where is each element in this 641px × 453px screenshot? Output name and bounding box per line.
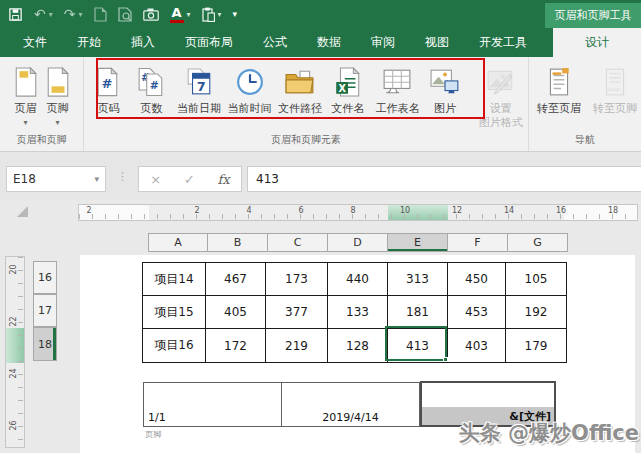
cell-f17[interactable]: 453 <box>448 296 506 329</box>
cell-b16[interactable]: 467 <box>206 263 266 296</box>
customize-qat-icon[interactable]: ▾ <box>233 4 238 24</box>
formula-buttons: × ✓ fx <box>138 166 242 192</box>
table-row: 项目14 467 173 440 313 450 105 <box>143 263 566 296</box>
ribbon: 页眉 ▾ 页脚 ▾ 页眉和页脚 # 页码 ## <box>0 57 641 152</box>
current-date-button[interactable]: 7 当前日期 <box>174 61 225 116</box>
column-header-b[interactable]: B <box>208 233 268 252</box>
row-header-16[interactable]: 16 <box>33 261 57 294</box>
cell-c17[interactable]: 377 <box>266 296 328 329</box>
tab-design-active[interactable]: 设计 <box>553 28 641 57</box>
svg-text:#: # <box>150 79 159 92</box>
number-of-pages-button[interactable]: ## 页数 <box>129 61 174 116</box>
cell-g18[interactable]: 179 <box>506 329 566 362</box>
camera-icon[interactable] <box>143 4 159 24</box>
column-header-e-selected[interactable]: E <box>388 233 448 252</box>
chevron-down-icon: ▾ <box>55 118 59 127</box>
goto-header-icon <box>547 65 571 99</box>
font-color-icon[interactable]: A <box>170 4 191 24</box>
print-preview-icon[interactable] <box>118 4 132 24</box>
picture-button[interactable]: 图片 <box>425 61 466 116</box>
tab-review[interactable]: 审阅 <box>356 28 410 57</box>
footer-left-section[interactable]: 1/1 <box>144 383 282 426</box>
data-table: 项目14 467 173 440 313 450 105 项目15 405 37… <box>142 262 567 363</box>
footer-button[interactable]: 页脚 ▾ <box>45 61 71 127</box>
tab-file[interactable]: 文件 <box>8 28 62 57</box>
column-header-g[interactable]: G <box>508 233 568 252</box>
tab-data[interactable]: 数据 <box>302 28 356 57</box>
group-label-header-footer: 页眉和页脚 <box>0 133 83 151</box>
column-header-c[interactable]: C <box>268 233 328 252</box>
formula-input[interactable]: 413 <box>247 166 641 192</box>
number-of-pages-icon: ## <box>137 65 165 99</box>
table-row: 项目16 172 219 128 413 403 179 <box>143 329 566 362</box>
redo-icon[interactable]: ↷ <box>64 4 83 24</box>
sheet-name-icon <box>382 65 412 99</box>
ruler-ticks <box>79 214 637 219</box>
cell-c16[interactable]: 173 <box>266 263 328 296</box>
title-bar: ↶ ↷ A ▾ 页眉和页脚工具 <box>0 0 641 28</box>
header-button[interactable]: 页眉 ▾ <box>13 61 39 127</box>
formula-bar-grip: ⋮ <box>117 170 128 183</box>
footer-right-blank <box>422 383 554 407</box>
column-header-d[interactable]: D <box>328 233 388 252</box>
group-label-hf-elements: 页眉和页脚元素 <box>84 133 528 151</box>
format-picture-button: 设置 图片格式 <box>473 61 527 130</box>
group-header-footer: 页眉 ▾ 页脚 ▾ 页眉和页脚 <box>0 57 84 151</box>
tab-view[interactable]: 视图 <box>410 28 464 57</box>
tab-developer[interactable]: 开发工具 <box>464 28 542 57</box>
current-time-button[interactable]: 当前时间 <box>224 61 275 116</box>
insert-function-button[interactable]: fx <box>217 172 229 187</box>
cell-e16[interactable]: 313 <box>388 263 448 296</box>
row-header-18-selected[interactable]: 18 <box>33 327 57 361</box>
cell-a18[interactable]: 项目16 <box>143 329 206 362</box>
cell-f16[interactable]: 450 <box>448 263 506 296</box>
goto-header-button[interactable]: 转至页眉 <box>533 61 585 116</box>
tab-insert[interactable]: 插入 <box>116 28 170 57</box>
column-header-a[interactable]: A <box>148 233 208 252</box>
cell-a17[interactable]: 项目15 <box>143 296 206 329</box>
fill-handle[interactable] <box>443 357 448 362</box>
row-header-17[interactable]: 17 <box>33 294 57 327</box>
file-path-button[interactable]: 文件路径 <box>275 61 326 116</box>
page-number-button[interactable]: # 页码 <box>88 61 129 116</box>
horizontal-ruler[interactable]: 2 2 4 6 8 10 12 14 16 18 <box>78 204 638 221</box>
header-page-icon <box>13 65 39 99</box>
enter-button[interactable]: ✓ <box>184 172 195 187</box>
active-cell-border <box>385 326 447 361</box>
ribbon-tab-bar: 文件 开始 插入 页面布局 公式 数据 审阅 视图 开发工具 设计 <box>0 28 641 57</box>
column-header-f[interactable]: F <box>448 233 508 252</box>
file-path-icon <box>285 65 315 99</box>
cell-d18[interactable]: 128 <box>328 329 388 362</box>
cell-d17[interactable]: 133 <box>328 296 388 329</box>
picture-icon <box>430 65 460 99</box>
column-headers: A B C D E F G <box>148 233 568 252</box>
sheet-name-button[interactable]: 工作表名 <box>370 61 424 116</box>
tab-formulas[interactable]: 公式 <box>248 28 302 57</box>
save-icon[interactable] <box>8 4 23 24</box>
footer-center-section[interactable]: 2019/4/14 <box>282 383 419 426</box>
tab-page-layout[interactable]: 页面布局 <box>170 28 248 57</box>
chevron-down-icon[interactable]: ▾ <box>94 174 99 184</box>
paste-icon[interactable] <box>202 4 222 24</box>
cell-g17[interactable]: 192 <box>506 296 566 329</box>
cancel-button[interactable]: × <box>150 172 161 187</box>
vertical-ruler[interactable]: 20 22 24 26 <box>5 256 25 448</box>
cell-g16[interactable]: 105 <box>506 263 566 296</box>
current-date-icon: 7 <box>186 65 212 99</box>
cell-d16[interactable]: 440 <box>328 263 388 296</box>
page-number-icon: # <box>96 65 120 99</box>
cell-b18[interactable]: 172 <box>206 329 266 362</box>
cell-c18[interactable]: 219 <box>266 329 328 362</box>
cell-b17[interactable]: 405 <box>206 296 266 329</box>
tab-home[interactable]: 开始 <box>62 28 116 57</box>
name-box[interactable]: E18 ▾ <box>6 166 106 192</box>
footer-area-label: 页脚 <box>145 429 161 440</box>
file-name-button[interactable]: X 文件名 <box>325 61 370 116</box>
cell-a16[interactable]: 项目14 <box>143 263 206 296</box>
new-document-icon[interactable] <box>94 4 107 24</box>
worksheet-area: 2 2 4 6 8 10 12 14 16 18 A B C D E F G 2… <box>0 200 641 453</box>
watermark-text: 头条 @爆炒Office <box>459 419 639 447</box>
cell-e17[interactable]: 181 <box>388 296 448 329</box>
undo-icon[interactable]: ↶ <box>34 4 53 24</box>
cell-f18[interactable]: 403 <box>448 329 506 362</box>
